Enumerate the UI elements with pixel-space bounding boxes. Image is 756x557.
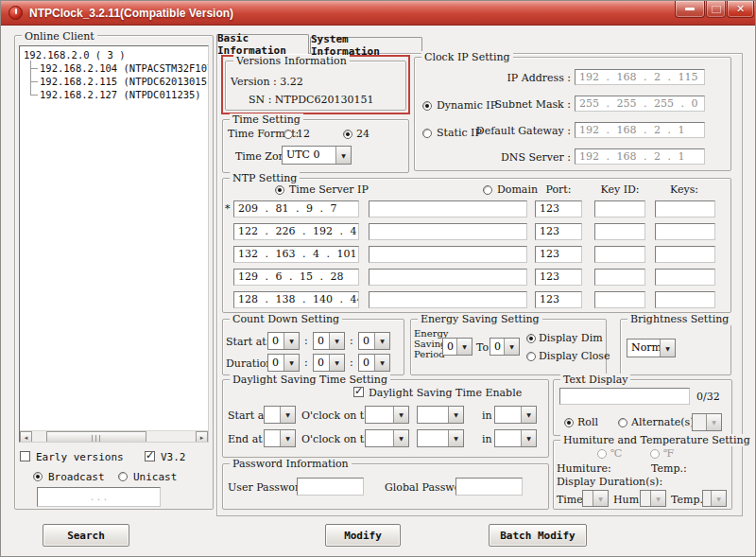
minimize-button[interactable]	[675, 1, 705, 18]
countdown-start-hour-select[interactable]: 0▼	[267, 332, 300, 350]
value	[418, 407, 448, 423]
broadcast-radio[interactable]	[33, 472, 43, 481]
dst-end-weekday-select[interactable]: ▼	[417, 429, 464, 447]
scroll-right-arrow-icon[interactable]: ▸	[196, 431, 208, 443]
ntp-ip-field-4[interactable]: 129 . 6 . 15 . 28	[233, 269, 359, 286]
dst-enable-checkbox[interactable]	[353, 387, 364, 397]
format-12-radio[interactable]	[284, 130, 293, 139]
value	[703, 491, 711, 506]
ntp-port-field-4[interactable]: 123	[535, 269, 582, 286]
count-down-label: Count Down Setting	[230, 313, 342, 325]
brightness-select[interactable]: Normal▼	[627, 339, 676, 357]
unicast-ip-field: . . .	[37, 487, 161, 507]
clock-ip-label: Clock IP Setting	[421, 51, 513, 63]
countdown-dur-hour-select[interactable]: 0▼	[267, 354, 300, 372]
password-label: Password Information	[230, 458, 352, 470]
countdown-start-sec-select[interactable]: 0▼	[358, 332, 390, 350]
ntp-ip-field-5[interactable]: 128 . 138 . 140 . 44	[233, 291, 359, 308]
ntp-port-field-2[interactable]: 123	[535, 223, 582, 240]
time-server-ip-radio[interactable]	[275, 185, 284, 195]
format-24-radio[interactable]	[343, 130, 352, 139]
countdown-start-min-select[interactable]: 0▼	[313, 332, 345, 350]
ntp-keyid-field-1[interactable]	[594, 200, 645, 218]
energy-from-select[interactable]: 0▼	[442, 338, 472, 356]
maximize-button[interactable]	[706, 1, 726, 18]
scroll-left-arrow-icon[interactable]: ◂	[20, 431, 32, 443]
global-password-input[interactable]	[455, 478, 523, 496]
ntp-domain-field-4[interactable]	[369, 269, 527, 286]
ntp-keyid-field-4[interactable]	[594, 269, 645, 286]
v32-checkbox[interactable]	[145, 451, 155, 461]
close-button[interactable]: ✕	[727, 1, 754, 18]
port-header: Port:	[535, 183, 582, 196]
ntp-port-field-3[interactable]: 123	[535, 246, 582, 263]
ntp-keys-field-2[interactable]	[655, 223, 715, 240]
value: 0	[359, 333, 374, 349]
key-id-header: Key ID:	[590, 183, 650, 196]
ntp-keys-field-5[interactable]	[655, 291, 715, 308]
ntp-domain-field-1[interactable]	[369, 200, 527, 218]
client-tree[interactable]: 192.168.2.0 ( 3 ) 192.168.2.104 (NTPACST…	[19, 45, 209, 443]
chevron-down-icon: ▼	[335, 147, 351, 164]
ntp-keys-field-3[interactable]	[655, 246, 715, 263]
dst-end-month-select[interactable]: ▼	[494, 429, 537, 447]
ntp-ip-field-2[interactable]: 122 . 226 . 192 . 4	[233, 223, 359, 240]
ntp-keyid-field-3[interactable]	[594, 246, 645, 263]
ntp-domain-field-3[interactable]	[369, 246, 527, 263]
ntp-keyid-field-2[interactable]	[594, 223, 645, 240]
tree-client-item[interactable]: 192.168.2.127 (NTPDC011235)	[40, 89, 201, 100]
time-server-ip-label: Time Server IP	[289, 183, 369, 196]
ntp-ip-field-3[interactable]: 132 . 163 . 4 . 101	[233, 246, 359, 263]
ntp-keys-field-1[interactable]	[655, 200, 715, 218]
scrollbar-thumb[interactable]	[46, 431, 146, 443]
dst-end-ordinal-select[interactable]: ▼	[365, 429, 409, 447]
dst-end-label: End at	[228, 433, 263, 445]
ip-address-label: IP Address :	[417, 72, 571, 84]
ntp-port-field-5[interactable]: 123	[535, 291, 582, 308]
display-close-label: Display Close	[539, 350, 610, 362]
horizontal-scrollbar[interactable]: ◂ ▸	[20, 430, 208, 443]
roll-radio[interactable]	[564, 418, 574, 427]
time-setting-label: Time Setting	[230, 113, 303, 126]
search-button[interactable]: Search	[43, 524, 129, 547]
colon-separator: :	[304, 357, 308, 369]
hum-duration-select: ▼	[640, 490, 666, 507]
tree-root-item[interactable]: 192.168.2.0 ( 3 )	[24, 49, 125, 61]
display-dim-radio[interactable]	[526, 334, 536, 343]
unicast-label: Unicast	[133, 471, 177, 483]
tab-system-information[interactable]: System Information	[310, 37, 422, 53]
celsius-label: ℃	[610, 447, 622, 460]
alternate-radio[interactable]	[618, 418, 627, 427]
ntp-domain-field-5[interactable]	[369, 291, 527, 308]
countdown-dur-sec-select[interactable]: 0▼	[358, 354, 390, 372]
user-password-input[interactable]	[297, 478, 364, 496]
display-text-input[interactable]	[559, 388, 690, 405]
ntp-ip-field-1[interactable]: 209 . 81 . 9 . 7	[233, 200, 359, 218]
batch-modify-button[interactable]: Batch Modify	[489, 524, 587, 547]
dst-end-hour-select[interactable]: ▼	[264, 429, 296, 447]
domain-radio[interactable]	[483, 185, 492, 195]
dst-start-month-select[interactable]: ▼	[494, 406, 537, 424]
app-window: NTPClock_3.2.11(Compatible Version) ✕ On…	[0, 0, 756, 557]
ntp-port-field-1[interactable]: 123	[535, 200, 582, 218]
time-zone-select[interactable]: UTC 0 ▼	[282, 146, 352, 165]
early-versions-checkbox[interactable]	[20, 451, 30, 461]
ntp-keyid-field-5[interactable]	[594, 291, 645, 308]
modify-button[interactable]: Modify	[325, 524, 401, 547]
value	[418, 430, 448, 446]
ip-address-field: 192 . 168 . 2 . 115	[575, 69, 705, 85]
tree-client-item[interactable]: 192.168.2.104 (NTPACSTM32F1070	[40, 62, 209, 74]
value	[495, 430, 521, 446]
unicast-radio[interactable]	[118, 472, 128, 481]
ntp-keys-field-4[interactable]	[655, 269, 715, 286]
energy-to-select[interactable]: 0▼	[490, 338, 520, 356]
dst-start-weekday-select[interactable]: ▼	[417, 406, 464, 424]
countdown-dur-min-select[interactable]: 0▼	[313, 354, 345, 372]
brightness-label: Brightness Setting	[627, 313, 731, 325]
dst-start-ordinal-select[interactable]: ▼	[365, 406, 409, 424]
display-close-radio[interactable]	[526, 352, 536, 361]
tree-client-item[interactable]: 192.168.2.115 (NTPDC620130151)	[40, 76, 209, 87]
tab-basic-information[interactable]: Basic Information	[216, 34, 309, 54]
dst-start-hour-select[interactable]: ▼	[264, 406, 296, 424]
ntp-domain-field-2[interactable]	[369, 223, 527, 240]
